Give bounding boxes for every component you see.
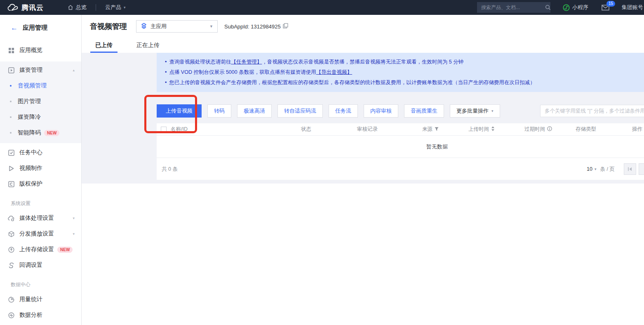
sidebar-item-smart-bitrate[interactable]: 智能降码 NEW: [0, 125, 81, 141]
quality-rebirth-button[interactable]: 音画质重生: [404, 104, 444, 118]
page-size-value: 10: [587, 166, 592, 172]
sidebar-item-playback-quality-monitor[interactable]: 播放质量监控: [0, 323, 81, 325]
chevron-down-icon: ▾: [73, 216, 75, 220]
sidebar-item-label: 用量统计: [19, 296, 42, 303]
analysis-icon: [8, 312, 14, 318]
info-banner: •查询音视频处理状态请前往【任务管理】，音视频状态仅表示音视频是否禁播，禁播后音…: [157, 53, 644, 92]
top-nav-right: 小程序 15 集团账号: [477, 2, 644, 13]
sidebar-item-label: 媒体处理设置: [19, 214, 54, 222]
sidebar-back-app-management[interactable]: ← 应用管理: [0, 15, 81, 38]
upload-storage-icon: [8, 246, 14, 253]
column-source: 来源: [422, 126, 468, 133]
tab-uploaded[interactable]: 已上传: [90, 38, 118, 53]
sidebar-item-media-processing-settings[interactable]: 媒体处理设置 ▾: [0, 210, 81, 226]
page-size-select[interactable]: 10 ▾: [587, 166, 596, 172]
nav-divider: [96, 4, 96, 11]
export-audio-video-link[interactable]: 【导出音视频】: [316, 69, 353, 75]
mini-program-entry[interactable]: 小程序: [563, 4, 588, 11]
select-all-checkbox[interactable]: [161, 127, 167, 132]
page-header: 音视频管理 主应用 ▼ SubAppId: 1312984925: [82, 15, 644, 38]
sidebar-item-copyright-protection[interactable]: 版权保护: [0, 176, 81, 192]
account-menu[interactable]: 集团账号: [622, 4, 643, 11]
tencent-cloud-console: 腾讯云 总览 云产品 ▾ 小程序: [0, 0, 644, 325]
sidebar-item-distribution-playback-settings[interactable]: 分发播放设置 ▾: [0, 226, 81, 242]
sidebar-item-video-production[interactable]: 视频制作: [0, 160, 81, 176]
search-icon[interactable]: [545, 5, 551, 10]
top-search-input[interactable]: [481, 5, 545, 10]
info-icon[interactable]: [547, 126, 552, 132]
top-nav-bar: 腾讯云 总览 云产品 ▾ 小程序: [0, 0, 644, 15]
sidebar-group-media: 媒资管理 ▴ 音视频管理 图片管理 媒资降冷 智能降码: [0, 61, 81, 143]
home-icon: [68, 5, 73, 10]
sidebar-item-label: 数据分析: [19, 311, 42, 319]
nav-products[interactable]: 云产品 ▾: [105, 4, 126, 11]
keyword-filter-input[interactable]: [540, 105, 644, 117]
sidebar-item-label: 视频制作: [19, 165, 42, 172]
sidebar-item-label: 媒资管理: [19, 66, 42, 74]
grid-icon: [8, 47, 14, 54]
notice-line: •查询音视频处理状态请前往【任务管理】，音视频状态仅表示音视频是否禁播，禁播后音…: [165, 57, 636, 67]
task-flow-button[interactable]: 任务流: [329, 104, 358, 118]
sidebar-item-label: 回调设置: [19, 261, 42, 269]
copy-icon[interactable]: [283, 23, 288, 30]
sidebar-subitem-label: 图片管理: [18, 98, 41, 105]
sidebar-item-data-analysis[interactable]: 数据分析: [0, 307, 81, 323]
chevron-down-icon: ▾: [124, 5, 126, 9]
task-management-link[interactable]: 【任务管理】: [231, 59, 262, 65]
filter-funnel-icon[interactable]: [435, 127, 439, 132]
distribution-icon: [8, 231, 14, 237]
sidebar-back-label: 应用管理: [23, 24, 47, 32]
more-batch-actions-button[interactable]: 更多批量操作 ▾: [450, 104, 500, 118]
content-review-button[interactable]: 内容审核: [364, 104, 398, 118]
sort-icon[interactable]: [491, 126, 495, 132]
callback-icon: [8, 262, 14, 268]
column-upload-time: 上传时间: [468, 126, 524, 133]
sidebar-item-callback-settings[interactable]: 回调设置: [0, 257, 81, 273]
chevron-down-icon: ▾: [491, 109, 494, 113]
pie-chart-icon: [8, 296, 14, 303]
notice-line: •点播 VOD 控制台仅展示 5000 条数据，获取点播所有媒资请使用【导出音视…: [165, 67, 636, 78]
sidebar-item-label: 分发播放设置: [19, 230, 54, 238]
tab-uploading[interactable]: 正在上传: [132, 38, 165, 53]
main-content: 音视频管理 主应用 ▼ SubAppId: 1312984925 已上传: [82, 15, 644, 325]
bullet: •: [165, 80, 167, 85]
per-page-label: 条 / 页: [600, 166, 614, 173]
prev-page-button[interactable]: [639, 163, 644, 175]
total-count: 共 0 条: [162, 166, 178, 173]
brand-text: 腾讯云: [21, 3, 44, 12]
column-expire-time: 过期时间: [524, 126, 576, 133]
top-search-box[interactable]: [477, 2, 550, 13]
tencent-cloud-logo[interactable]: 腾讯云: [7, 3, 44, 12]
empty-state: 暂无数据: [157, 136, 644, 158]
nav-overview[interactable]: 总览: [68, 4, 87, 11]
sidebar-section-system-settings: 系统设置: [0, 192, 81, 210]
tab-bar: 已上传 正在上传: [82, 38, 644, 53]
account-label: 集团账号: [622, 4, 643, 10]
sidebar-item-usage-statistics[interactable]: 用量统计: [0, 292, 81, 307]
chevron-down-icon: ▾: [73, 232, 75, 236]
sidebar-item-media-cooling[interactable]: 媒资降冷: [0, 109, 81, 125]
sidebar-item-media-management[interactable]: 媒资管理 ▴: [0, 62, 81, 78]
sidebar-item-app-overview[interactable]: 应用概览: [0, 42, 81, 58]
sidebar-subitem-label: 音视频管理: [18, 82, 47, 89]
transcode-button[interactable]: 转码: [207, 104, 231, 118]
media-icon: [8, 67, 14, 73]
upload-audio-video-button[interactable]: 上传音视频: [157, 104, 202, 118]
messages-entry[interactable]: 15: [602, 5, 609, 11]
content-area: •查询音视频处理状态请前往【任务管理】，音视频状态仅表示音视频是否禁播，禁播后音…: [82, 53, 644, 184]
sidebar-section-data-center: 数据中心: [0, 273, 81, 292]
sidebar-item-upload-storage-settings[interactable]: 上传存储设置 NEW: [0, 242, 81, 257]
processing-settings-icon: [8, 215, 14, 221]
subappid: SubAppId: 1312984925: [224, 23, 288, 30]
bullet-dot: [10, 85, 12, 87]
adaptive-bitrate-button[interactable]: 转自适应码流: [277, 104, 323, 118]
first-page-button[interactable]: [624, 163, 636, 175]
top-speed-hd-button[interactable]: 极速高清: [237, 104, 272, 118]
app-selector-dropdown[interactable]: 主应用 ▼: [136, 20, 218, 33]
notice-line: •您已上传的音视频文件会产生存储费用，根据您配置相应的存储类型后，各存储类型的统…: [165, 78, 636, 88]
sidebar-item-image-management[interactable]: 图片管理: [0, 94, 81, 109]
media-table: 名称/ID 状态 审核记录 来源 上传时间: [157, 123, 644, 180]
cloud-logo-icon: [7, 4, 18, 11]
sidebar-item-task-center[interactable]: 任务中心: [0, 145, 81, 160]
sidebar-item-audio-video-management[interactable]: 音视频管理: [0, 78, 81, 94]
